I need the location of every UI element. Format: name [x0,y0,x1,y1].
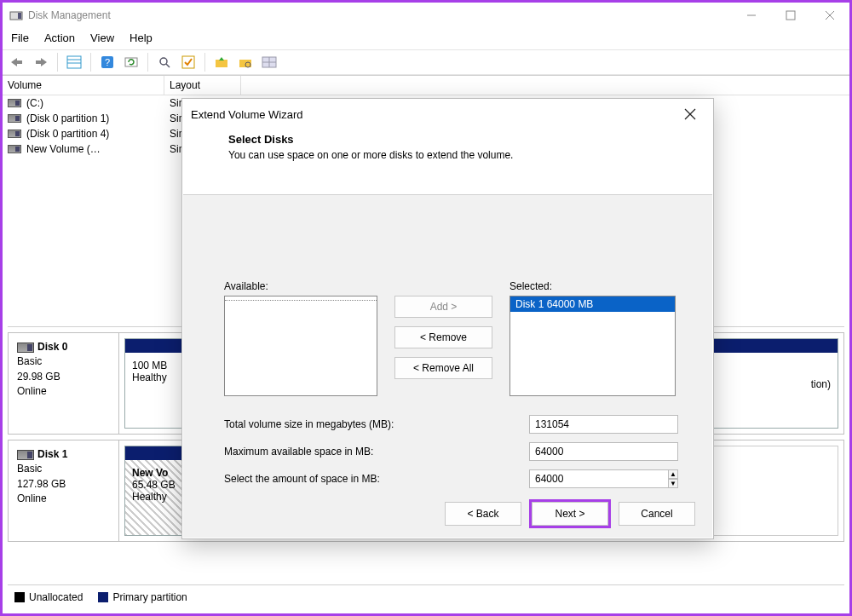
svg-rect-3 [786,11,795,20]
selected-item[interactable]: Disk 1 64000 MB [510,296,675,312]
dialog-heading: Select Disks [228,133,693,146]
spin-up-button[interactable]: ▲ [669,469,678,479]
remove-button[interactable]: < Remove [394,326,492,348]
amount-label: Select the amount of space in MB: [224,473,529,485]
dialog-subheading: You can use space on one or more disks t… [228,149,693,161]
max-space-value: 64000 [529,442,678,461]
svg-marker-6 [11,58,17,66]
total-size-label: Total volume size in megabytes (MB): [224,418,529,430]
menu-help[interactable]: Help [130,32,153,44]
disk-icon [8,114,21,123]
remove-all-button[interactable]: < Remove All [394,357,492,379]
help-icon[interactable]: ? [98,53,117,72]
window-title: Disk Management [28,9,732,21]
disk-label[interactable]: Disk 1 Basic 127.98 GB Online [9,440,119,541]
spin-down-button[interactable]: ▼ [669,479,678,488]
svg-line-17 [166,64,170,67]
svg-text:?: ? [105,57,110,67]
amount-input[interactable] [529,469,669,488]
dialog-title: Extend Volume Wizard [191,108,676,121]
menubar: File Action View Help [3,28,849,49]
max-space-label: Maximum available space in MB: [224,446,529,458]
partition-empty[interactable] [695,446,838,536]
disk-icon [8,130,21,138]
disk-icon [8,145,21,153]
column-volume[interactable]: Volume [3,76,164,95]
grid-icon[interactable] [260,53,279,72]
svg-point-16 [160,58,167,65]
minimize-button[interactable] [732,3,771,28]
svg-rect-7 [17,60,22,64]
refresh-icon[interactable] [122,53,141,72]
close-button[interactable] [810,3,849,28]
svg-rect-10 [67,56,81,68]
folder-up-icon[interactable] [212,53,231,72]
disk-icon [17,450,34,460]
app-icon [9,9,23,22]
svg-marker-20 [219,57,224,60]
svg-rect-1 [18,13,21,19]
next-button[interactable]: Next > [532,502,608,526]
maximize-button[interactable] [771,3,810,28]
menu-file[interactable]: File [11,32,29,44]
legend: Unallocated Primary partition [8,584,844,608]
partition[interactable]: 100 MB Healthy [124,338,184,429]
titlebar: Disk Management [3,3,849,28]
svg-marker-8 [41,58,47,66]
menu-view[interactable]: View [90,32,114,44]
partition[interactable]: New Vo 65.48 GB Healthy [124,446,184,536]
cancel-button[interactable]: Cancel [619,502,695,526]
add-button[interactable]: Add > [394,296,492,318]
column-layout[interactable]: Layout [164,76,241,95]
table-view-icon[interactable] [65,53,83,72]
total-size-value: 131054 [529,415,678,434]
legend-primary: Primary partition [98,591,187,603]
available-listbox[interactable] [224,296,377,396]
legend-unallocated: Unallocated [14,591,83,603]
back-button[interactable]: < Back [445,502,521,526]
available-label: Available: [224,280,377,292]
dialog-close-button[interactable] [676,101,705,127]
back-icon[interactable] [8,53,26,72]
svg-rect-9 [36,60,41,64]
disk-icon [8,99,21,107]
selected-listbox[interactable]: Disk 1 64000 MB [509,296,676,396]
extend-volume-dialog: Extend Volume Wizard Select Disks You ca… [181,98,714,539]
search-icon[interactable] [155,53,174,72]
folder-search-icon[interactable] [236,53,255,72]
disk-icon [17,343,34,353]
toolbar: ? [3,49,849,75]
disk-label[interactable]: Disk 0 Basic 29.98 GB Online [9,333,119,434]
selected-label: Selected: [509,280,676,292]
check-icon[interactable] [179,53,198,72]
forward-icon[interactable] [32,53,50,72]
svg-rect-19 [216,60,227,67]
menu-action[interactable]: Action [44,32,75,44]
